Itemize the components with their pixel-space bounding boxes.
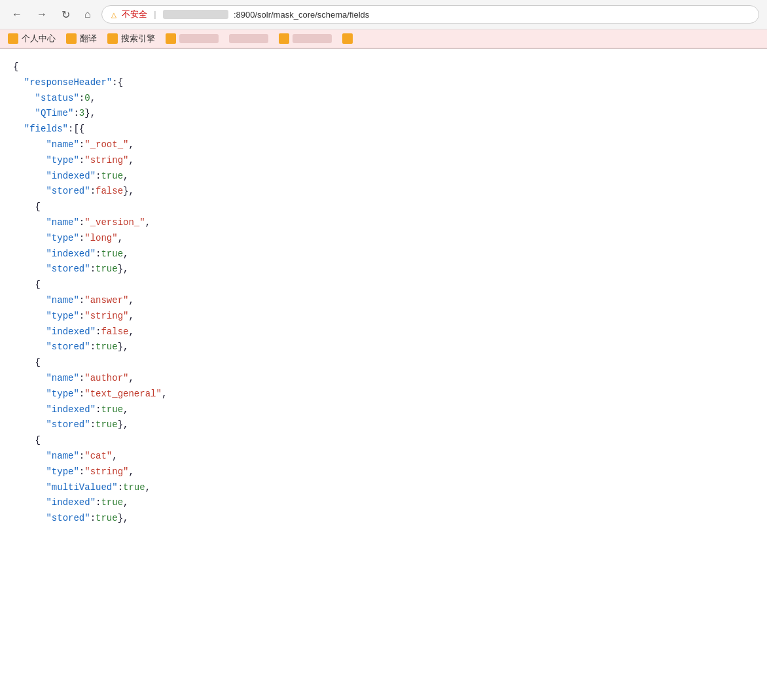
json-line-25: "name":"cat",	[13, 449, 754, 464]
bookmark-icon-5	[279, 33, 289, 44]
bookmark-label-3: 搜索引擎	[121, 33, 155, 44]
url-text: :8900/solr/mask_core/schema/fields	[234, 10, 369, 20]
warning-icon: △	[111, 9, 116, 20]
json-line-26: "type":"string",	[13, 464, 754, 480]
insecure-label: 不安全	[122, 9, 147, 20]
json-line-19: {	[13, 355, 754, 371]
json-line-4: "fields":[{	[13, 122, 754, 137]
bookmark-icon-3	[107, 33, 118, 44]
json-line-22: "indexed":true,	[13, 402, 754, 418]
json-line-12: "indexed":true,	[13, 247, 754, 262]
json-line-29: "stored":true},	[13, 511, 754, 527]
bookmark-icon-6	[342, 33, 353, 44]
json-line-13: "stored":true},	[13, 262, 754, 277]
json-line-3: "QTime":3},	[13, 106, 754, 122]
reload-button[interactable]: ↻	[58, 7, 74, 22]
json-line-5: "name":"_root_",	[13, 137, 754, 153]
bookmark-search-engine[interactable]: 搜索引擎	[107, 33, 155, 44]
json-line-0: {	[13, 60, 754, 75]
url-masked	[163, 10, 228, 19]
separator: |	[152, 10, 158, 20]
bookmark-masked-1[interactable]	[166, 33, 219, 44]
bookmark-translate[interactable]: 翻译	[66, 33, 97, 44]
json-content: { "responseHeader":{ "status":0, "QTime"…	[0, 49, 767, 537]
back-button[interactable]: ←	[8, 7, 26, 22]
bookmark-label-1: 个人中心	[22, 33, 56, 44]
json-line-16: "type":"string",	[13, 309, 754, 324]
bookmark-label-2: 翻译	[80, 33, 97, 44]
bookmark-icon-4	[166, 33, 176, 44]
bookmark-masked-3[interactable]	[279, 33, 332, 44]
json-line-15: "name":"answer",	[13, 293, 754, 309]
json-line-7: "indexed":true,	[13, 169, 754, 184]
json-line-27: "multiValued":true,	[13, 480, 754, 496]
json-line-1: "responseHeader":{	[13, 75, 754, 91]
bookmark-masked-text-1	[179, 34, 219, 43]
json-line-6: "type":"string",	[13, 153, 754, 169]
bookmark-icon-2	[66, 33, 77, 44]
bookmark-masked-4[interactable]	[342, 33, 353, 44]
json-line-9: {	[13, 200, 754, 215]
browser-chrome: ← → ↻ ⌂ △ 不安全 | :8900/solr/mask_core/sch…	[0, 0, 767, 49]
bookmark-masked-text-2	[229, 34, 268, 43]
json-line-21: "type":"text_general",	[13, 387, 754, 402]
forward-button[interactable]: →	[33, 7, 51, 22]
json-line-17: "indexed":false,	[13, 324, 754, 340]
json-line-28: "indexed":true,	[13, 495, 754, 511]
json-line-23: "stored":true},	[13, 417, 754, 433]
json-line-8: "stored":false},	[13, 184, 754, 200]
nav-bar: ← → ↻ ⌂ △ 不安全 | :8900/solr/mask_core/sch…	[0, 0, 767, 29]
json-line-24: {	[13, 433, 754, 449]
json-line-11: "type":"long",	[13, 231, 754, 247]
json-line-2: "status":0,	[13, 91, 754, 107]
json-line-18: "stored":true},	[13, 340, 754, 355]
json-line-10: "name":"_version_",	[13, 215, 754, 231]
json-line-14: {	[13, 277, 754, 293]
address-bar[interactable]: △ 不安全 | :8900/solr/mask_core/schema/fiel…	[101, 5, 759, 24]
bookmark-masked-text-3	[293, 34, 332, 43]
bookmarks-bar: 个人中心 翻译 搜索引擎	[0, 29, 767, 48]
bookmark-personal-center[interactable]: 个人中心	[8, 33, 56, 44]
json-line-20: "name":"author",	[13, 371, 754, 387]
home-button[interactable]: ⌂	[80, 7, 95, 22]
bookmark-masked-2[interactable]	[229, 34, 268, 43]
bookmark-icon-1	[8, 33, 18, 44]
